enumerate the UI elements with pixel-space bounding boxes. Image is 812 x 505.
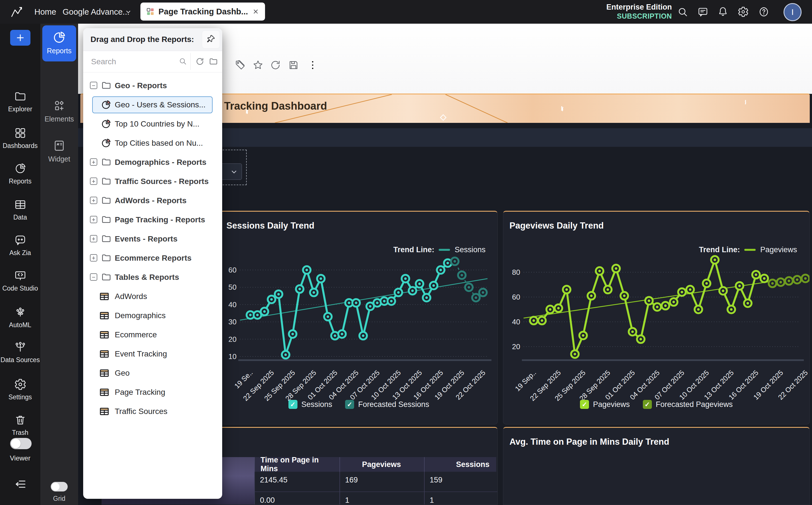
- tree-item-traffic-sources-reports[interactable]: +Traffic Sources - Reports: [83, 172, 222, 191]
- subsidebar-item-reports[interactable]: Reports: [42, 25, 76, 61]
- expand-toggle[interactable]: +: [90, 178, 97, 185]
- home-link[interactable]: Home: [34, 0, 56, 24]
- legend-item-sessions: ✓Sessions: [288, 400, 332, 409]
- gear-icon[interactable]: [737, 6, 749, 17]
- pie-chart-icon: [101, 119, 111, 131]
- pageviews-chart: 2040608019 Sep..22 Sep 202525 Sep 202528…: [503, 212, 809, 425]
- table-icon: [99, 291, 110, 303]
- tree-item-ecommerce[interactable]: Ecommerce: [83, 325, 222, 344]
- bell-icon[interactable]: [717, 6, 728, 17]
- subsidebar-item-widget[interactable]: Widget: [40, 139, 78, 163]
- folder-icon: [101, 80, 111, 92]
- sidebar-item-data-sources[interactable]: Data Sources: [0, 341, 40, 364]
- search-input[interactable]: [91, 55, 170, 69]
- pie-icon: [14, 171, 26, 176]
- legend-checkbox[interactable]: ✓: [345, 400, 354, 409]
- legend-checkbox[interactable]: ✓: [288, 400, 297, 409]
- sessions-chart: 10203040506019 Se..22 Sep 202525 Sep 202…: [220, 212, 497, 425]
- folder-icon: [101, 272, 111, 283]
- search-icon[interactable]: [178, 57, 187, 66]
- top-bar: Home Google Advance... Page Tracking Das…: [0, 0, 812, 24]
- tree-item-top-10-countries-by-n[interactable]: Top 10 Countries by N...: [83, 115, 222, 134]
- sidebar-item-reports[interactable]: Reports: [0, 162, 40, 185]
- refresh-icon[interactable]: [270, 59, 281, 71]
- pin-icon: [206, 34, 216, 45]
- tag-icon[interactable]: [235, 59, 246, 71]
- workspace-dropdown[interactable]: Google Advance...: [62, 0, 129, 24]
- svg-text:19 Se..: 19 Se..: [233, 369, 254, 390]
- tree-item-page-tracking[interactable]: Page Tracking: [83, 383, 222, 402]
- folder-icon: [101, 214, 111, 226]
- legend-checkbox[interactable]: ✓: [580, 400, 589, 409]
- tab-label: Page Tracking Dashb...: [158, 7, 248, 16]
- tree-item-page-tracking-reports[interactable]: +Page Tracking - Reports: [83, 210, 222, 229]
- sidebar-item-explorer[interactable]: Explorer: [0, 90, 40, 113]
- primary-sidebar: ExplorerDashboardsReportsDataAsk ZiaCode…: [0, 24, 40, 505]
- close-icon[interactable]: [252, 8, 259, 15]
- collapse-toggle[interactable]: −: [90, 273, 97, 281]
- edition-badge: Enterprise Edition SUBSCRIPTION: [606, 3, 672, 20]
- table-cell: 1: [430, 496, 434, 505]
- help-icon[interactable]: [758, 6, 770, 17]
- expand-toggle[interactable]: +: [90, 216, 97, 223]
- table-column-header[interactable]: Time on Page in Mins: [254, 457, 340, 472]
- tree-item-geo-users-sessions[interactable]: Geo - Users & Sessions...: [83, 95, 222, 115]
- chevron-down-icon[interactable]: [125, 8, 132, 17]
- datasources-icon: [14, 349, 26, 354]
- tree-item-tables-reports[interactable]: −Tables & Reports: [83, 268, 222, 287]
- refresh-icon[interactable]: [195, 57, 205, 67]
- folder-icon: [101, 253, 111, 264]
- analytics-logo-icon[interactable]: [9, 4, 24, 20]
- tree-item-geo-reports[interactable]: −Geo - Reports: [83, 76, 222, 95]
- sidebar-item-dashboards[interactable]: Dashboards: [0, 127, 40, 150]
- save-icon[interactable]: [288, 59, 299, 71]
- tree-item-traffic-sources[interactable]: Traffic Sources: [83, 402, 222, 421]
- more-icon[interactable]: [307, 59, 318, 71]
- tree-item-geo[interactable]: Geo: [83, 363, 222, 383]
- tree-item-demographics[interactable]: Demographics: [83, 306, 222, 325]
- tree-item-ecommerce-reports[interactable]: +Ecommerce Reports: [83, 248, 222, 268]
- avatar[interactable]: I: [784, 3, 802, 21]
- sidebar-item-settings[interactable]: Settings: [0, 378, 40, 401]
- expand-toggle[interactable]: +: [90, 158, 97, 166]
- grid-toggle[interactable]: [51, 482, 67, 492]
- svg-text:60: 60: [228, 266, 237, 274]
- search-icon[interactable]: [677, 6, 688, 17]
- create-new-button[interactable]: [10, 30, 30, 46]
- collapse-toggle[interactable]: −: [90, 82, 97, 89]
- expand-toggle[interactable]: +: [90, 197, 97, 204]
- tree-item-event-tracking[interactable]: Event Tracking: [83, 344, 222, 363]
- expand-toggle[interactable]: +: [90, 235, 97, 242]
- viewer-toggle[interactable]: [10, 438, 31, 449]
- sidebar-item-automl[interactable]: AutoML: [0, 306, 40, 329]
- tab-page-tracking-dashboard[interactable]: Page Tracking Dashb...: [140, 3, 265, 21]
- reports-tree: −Geo - ReportsGeo - Users & Sessions...T…: [83, 76, 222, 499]
- code-icon: [14, 278, 26, 283]
- table-cell: 0.00: [260, 496, 275, 505]
- tree-item-top-cities-based-on-nu[interactable]: Top Cities based on Nu...: [83, 134, 222, 153]
- expand-toggle[interactable]: +: [90, 254, 97, 262]
- tree-item-adwords-reports[interactable]: +AdWords - Reports: [83, 191, 222, 210]
- legend-checkbox[interactable]: ✓: [643, 400, 652, 409]
- tree-item-adwords[interactable]: AdWords: [83, 287, 222, 306]
- tree-item-events-reports[interactable]: +Events - Reports: [83, 229, 222, 248]
- sidebar-item-data[interactable]: Data: [0, 198, 40, 221]
- sidebar-item-code-studio[interactable]: Code Studio: [0, 270, 40, 292]
- tree-item-demographics-reports[interactable]: +Demographics - Reports: [83, 153, 222, 172]
- table-column-header[interactable]: Sessions: [424, 457, 496, 472]
- collapse-sidebar-icon[interactable]: [14, 478, 26, 492]
- sidebar-item-trash[interactable]: Trash: [0, 414, 40, 437]
- pie-chart-icon: [101, 100, 111, 111]
- svg-text:30: 30: [228, 318, 237, 326]
- folder-icon[interactable]: [209, 57, 218, 67]
- table-column-header[interactable]: Pageviews: [340, 457, 424, 472]
- pin-button[interactable]: [202, 30, 220, 48]
- app-root: View Mode Ask Zia Themes Page Tracking D…: [0, 0, 812, 505]
- sidebar-item-ask-zia[interactable]: Ask Zia: [0, 234, 40, 257]
- trash-icon: [14, 422, 26, 427]
- comment-icon[interactable]: [697, 6, 708, 17]
- table-cell: 1: [345, 496, 349, 505]
- pageviews-daily-trend-card: Pageviews Daily Trend Trend Line: Pagevi…: [503, 211, 810, 425]
- subsidebar-item-elements[interactable]: Elements: [40, 99, 78, 123]
- star-icon[interactable]: [252, 59, 264, 71]
